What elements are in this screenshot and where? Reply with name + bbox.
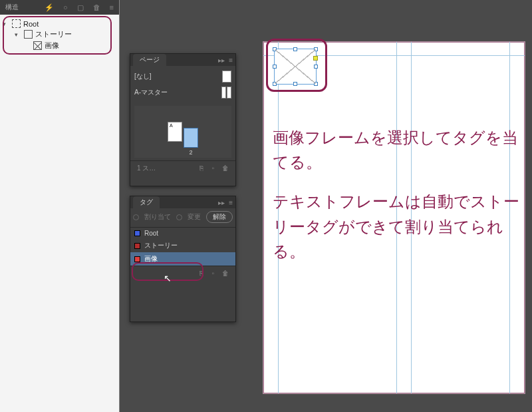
tree-node-image[interactable]: ▾ 画像 <box>3 40 116 51</box>
panel-menu-icon[interactable]: ≡ <box>229 57 233 64</box>
release-button[interactable]: 解除 <box>206 211 233 223</box>
master-none-label: [なし] <box>134 72 152 81</box>
tags-list: Root ストーリー 画像 <box>130 228 235 266</box>
collapse-icon[interactable]: ▸▸ <box>218 57 225 64</box>
resize-handle[interactable] <box>273 82 277 86</box>
resize-handle[interactable] <box>293 82 297 86</box>
tags-controls: 割り当て 変更 解除 <box>130 208 235 228</box>
pages-panel-body: [なし] A-マスター A 2 <box>130 66 235 160</box>
tree-node-root[interactable]: ▾ Root <box>3 19 116 29</box>
tree-node-label: Root <box>23 20 39 28</box>
page-thumbnail-1[interactable]: A <box>168 122 182 142</box>
caret-down-icon[interactable]: ▾ <box>15 31 21 38</box>
story-node-icon <box>24 30 33 39</box>
structure-panel-title: 構造 <box>5 3 19 12</box>
tag-color-swatch <box>134 243 140 249</box>
resize-handle[interactable] <box>314 82 318 86</box>
trash-icon[interactable]: 🗑 <box>222 270 229 277</box>
new-tag-icon[interactable]: ⎘ <box>200 270 203 277</box>
tags-panel: タグ ▸▸ ≡ 割り当て 変更 解除 Root ストーリー 画像 ⎘ ▫ 🗑 <box>130 196 236 322</box>
tree-node-story[interactable]: ▾ ストーリー <box>3 29 116 40</box>
page-thumbnail-2[interactable]: 2 <box>184 128 198 148</box>
structure-panel-header: 構造 ⚡ ○ ▢ 🗑 ≡ <box>0 0 119 15</box>
circle-icon[interactable]: ○ <box>63 3 68 11</box>
tag-name: ストーリー <box>144 241 178 250</box>
annotation-paragraph: テキストフレームは自動でストーリータグができて割り当てられる。 <box>273 189 525 264</box>
tags-tab[interactable]: タグ <box>133 196 160 208</box>
image-node-icon <box>33 41 42 50</box>
resize-handle[interactable] <box>293 47 297 51</box>
pages-panel-footer: 1 ス… ⎘ ▫ 🗑 <box>130 160 235 175</box>
tag-name: 画像 <box>144 254 158 264</box>
trash-icon[interactable]: 🗑 <box>222 164 229 172</box>
annotation-text: 画像フレームを選択してタグを当てる。 テキストフレームは自動でストーリータグがで… <box>273 125 525 278</box>
lightning-icon[interactable]: ⚡ <box>45 3 54 12</box>
new-icon[interactable]: ▫ <box>211 164 214 172</box>
change-radio[interactable] <box>176 214 182 220</box>
master-a-row[interactable]: A-マスター <box>134 85 231 101</box>
collapse-icon[interactable]: ▸▸ <box>218 199 225 206</box>
page-thumb-icon <box>221 87 226 99</box>
tag-color-swatch <box>134 230 140 236</box>
structure-panel: 構造 ⚡ ○ ▢ 🗑 ≡ ▾ Root ▾ ストーリー ▾ 画像 <box>0 0 120 412</box>
structure-tree: ▾ Root ▾ ストーリー ▾ 画像 <box>0 15 119 55</box>
live-corner-handle[interactable] <box>313 56 318 61</box>
tags-panel-tabbar: タグ ▸▸ ≡ <box>130 196 235 208</box>
tags-tab-label: タグ <box>140 198 153 206</box>
pages-tab[interactable]: ページ <box>133 54 166 66</box>
assign-radio[interactable] <box>133 214 139 220</box>
tag-row-story[interactable]: ストーリー <box>130 239 235 252</box>
page-thumb-icon <box>222 71 231 83</box>
trash-icon[interactable]: 🗑 <box>93 3 100 11</box>
pages-tab-label: ページ <box>140 56 160 63</box>
master-indicator: A <box>169 123 174 128</box>
panel-menu-icon[interactable]: ≡ <box>229 199 233 206</box>
tag-row-image[interactable]: 画像 <box>130 252 235 266</box>
release-button-label: 解除 <box>213 213 226 220</box>
pages-panel: ページ ▸▸ ≡ [なし] A-マスター A 2 <box>130 53 236 186</box>
page-number-label: 2 <box>184 149 198 156</box>
page-thumb-icon <box>227 87 231 99</box>
selected-image-frame[interactable] <box>274 49 317 85</box>
master-a-label: A-マスター <box>134 88 168 97</box>
resize-handle[interactable] <box>314 65 318 69</box>
annotation-paragraph: 画像フレームを選択してタグを当てる。 <box>273 125 525 174</box>
change-label: 変更 <box>188 212 201 222</box>
tree-node-label: 画像 <box>45 41 59 51</box>
pages-thumbnails: A 2 <box>134 106 231 158</box>
tag-row-root[interactable]: Root <box>130 228 235 239</box>
new-icon[interactable]: ▫ <box>211 270 214 277</box>
pages-panel-tabbar: ページ ▸▸ ≡ <box>130 54 235 66</box>
resize-handle[interactable] <box>273 47 277 51</box>
root-node-icon <box>12 19 21 28</box>
menu-icon[interactable]: ≡ <box>110 3 114 11</box>
caret-down-icon[interactable]: ▾ <box>3 21 9 27</box>
tags-panel-footer: ⎘ ▫ 🗑 <box>130 266 235 280</box>
tree-node-label: ストーリー <box>35 29 72 39</box>
tag-color-swatch <box>134 256 140 262</box>
tag-name: Root <box>144 230 158 237</box>
pages-footer-text: 1 ス… <box>137 164 156 173</box>
resize-handle[interactable] <box>314 47 318 51</box>
master-none-row[interactable]: [なし] <box>134 69 231 85</box>
new-page-icon[interactable]: ⎘ <box>200 164 203 172</box>
resize-handle[interactable] <box>273 65 277 69</box>
tag-icon[interactable]: ▢ <box>77 3 84 12</box>
assign-label: 割り当て <box>144 212 171 222</box>
